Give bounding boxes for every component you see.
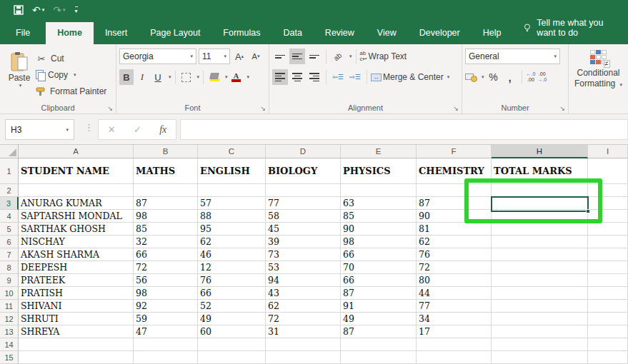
cell-D11[interactable]: 62 (266, 300, 341, 313)
cell-B5[interactable]: 85 (134, 223, 198, 236)
font-dialog-launcher[interactable]: ↘ (260, 105, 266, 112)
font-color-button[interactable]: A (229, 69, 244, 85)
fill-color-button[interactable] (207, 69, 221, 85)
fill-color-caret-icon[interactable]: ▾ (225, 74, 228, 80)
cell-H9[interactable] (492, 274, 588, 287)
enter-icon[interactable]: ✓ (134, 124, 141, 135)
cell-F6[interactable]: 62 (417, 236, 492, 248)
cell-E8[interactable]: 70 (341, 261, 417, 274)
cell-C1[interactable]: ENGLISH (198, 158, 266, 184)
cell-H15[interactable] (492, 351, 588, 364)
increase-decimal-button[interactable]: ←.0.00 (527, 71, 536, 83)
cell-B15[interactable] (134, 351, 198, 364)
cell-D3[interactable]: 77 (266, 197, 341, 210)
cell-H13[interactable] (492, 325, 588, 338)
accounting-format-caret-icon[interactable]: ▾ (482, 74, 484, 80)
number-dialog-launcher[interactable]: ↘ (559, 105, 565, 112)
cell-E10[interactable]: 87 (341, 287, 417, 300)
bottom-align-button[interactable] (306, 49, 322, 64)
undo-caret-icon[interactable]: ▾ (42, 7, 45, 13)
name-box[interactable]: H3 ▾ (5, 119, 74, 140)
cell-E4[interactable]: 85 (341, 210, 417, 223)
row-header-12[interactable]: 12 (0, 313, 19, 325)
tab-developer[interactable]: Developer (408, 22, 472, 44)
decrease-decimal-button[interactable]: .00→.0 (537, 71, 547, 83)
column-header-D[interactable]: D (266, 145, 341, 158)
cell-C12[interactable]: 49 (198, 313, 266, 325)
tab-formulas[interactable]: Formulas (211, 22, 271, 44)
cell-A14[interactable] (19, 338, 134, 351)
wrap-text-button[interactable]: abc↩ (360, 49, 367, 64)
cell-I5[interactable] (588, 223, 628, 236)
number-format-select[interactable]: General▾ (465, 49, 560, 64)
cell-A1[interactable]: STUDENT NAME (19, 158, 134, 184)
cell-F5[interactable]: 81 (417, 223, 492, 236)
percent-style-button[interactable]: % (487, 69, 501, 85)
paste-caret-icon[interactable]: ▾ (19, 83, 22, 89)
cell-E7[interactable]: 66 (341, 248, 417, 261)
formula-input[interactable] (180, 119, 628, 140)
alignment-dialog-launcher[interactable]: ↘ (453, 105, 459, 112)
font-name-select[interactable]: Georgia▾ (119, 49, 196, 64)
cell-A9[interactable]: PRATEEK (19, 274, 134, 287)
cell-C10[interactable]: 66 (198, 287, 266, 300)
align-center-button[interactable] (289, 69, 305, 85)
conditional-formatting-button[interactable]: ≠ ConditionalFormatting ▾ (574, 49, 622, 89)
cell-F14[interactable] (417, 338, 492, 351)
cell-C15[interactable] (198, 351, 266, 364)
cell-B12[interactable]: 59 (134, 313, 198, 325)
row-header-6[interactable]: 6 (0, 236, 19, 248)
cell-B3[interactable]: 87 (134, 197, 198, 210)
cell-D10[interactable]: 43 (266, 287, 341, 300)
column-header-F[interactable]: F (417, 145, 492, 158)
cell-B10[interactable]: 98 (134, 287, 198, 300)
cell-F12[interactable]: 34 (417, 313, 492, 325)
cell-C2[interactable] (198, 184, 266, 197)
cell-I6[interactable] (588, 236, 628, 248)
cell-D2[interactable] (266, 184, 341, 197)
row-header-8[interactable]: 8 (0, 261, 19, 274)
format-painter-button[interactable]: Format Painter (36, 84, 106, 98)
borders-button[interactable] (179, 69, 194, 85)
cell-I14[interactable] (588, 338, 628, 351)
cell-B1[interactable]: MATHS (134, 158, 198, 184)
cell-B4[interactable]: 98 (134, 210, 198, 223)
column-header-B[interactable]: B (134, 145, 198, 158)
redo-button[interactable]: ↷▾ (49, 2, 69, 18)
cell-A8[interactable]: DEEPESH (19, 261, 134, 274)
cell-F13[interactable]: 17 (417, 325, 492, 338)
merge-center-label[interactable]: Merge & Center (383, 72, 444, 82)
cut-button[interactable]: ✂ Cut (36, 51, 106, 66)
cell-B7[interactable]: 66 (134, 248, 198, 261)
row-header-3[interactable]: 3 (0, 197, 19, 210)
cell-E15[interactable] (341, 351, 417, 364)
cell-E1[interactable]: PHYSICS (341, 158, 417, 184)
cell-A11[interactable]: SHIVANI (19, 300, 134, 313)
cell-E2[interactable] (341, 184, 417, 197)
insert-function-icon[interactable]: fx (159, 124, 166, 136)
column-header-C[interactable]: C (198, 145, 266, 158)
cell-F10[interactable]: 44 (417, 287, 492, 300)
decrease-indent-button[interactable]: ⇦☰ (330, 69, 346, 85)
row-header-2[interactable]: 2 (0, 184, 19, 197)
tab-file[interactable]: File (0, 22, 46, 44)
cell-I10[interactable] (588, 287, 628, 300)
copy-caret-icon[interactable]: ▾ (74, 72, 76, 78)
cell-H12[interactable] (492, 313, 588, 325)
align-right-button[interactable] (306, 69, 322, 85)
wrap-text-label[interactable]: Wrap Text (369, 51, 407, 61)
cancel-icon[interactable]: ✕ (108, 124, 116, 135)
save-icon[interactable] (10, 2, 27, 18)
cell-H10[interactable] (492, 287, 588, 300)
row-header-7[interactable]: 7 (0, 248, 19, 261)
underline-caret-icon[interactable]: ▾ (169, 74, 171, 80)
font-size-select[interactable]: 11▾ (199, 49, 230, 64)
italic-button[interactable]: I (135, 69, 149, 85)
cell-H7[interactable] (492, 248, 588, 261)
cell-D5[interactable]: 45 (266, 223, 341, 236)
cell-D8[interactable]: 53 (266, 261, 341, 274)
cell-I8[interactable] (588, 261, 628, 274)
cell-E5[interactable]: 90 (341, 223, 417, 236)
row-header-13[interactable]: 13 (0, 325, 19, 338)
align-left-button[interactable] (272, 69, 288, 85)
